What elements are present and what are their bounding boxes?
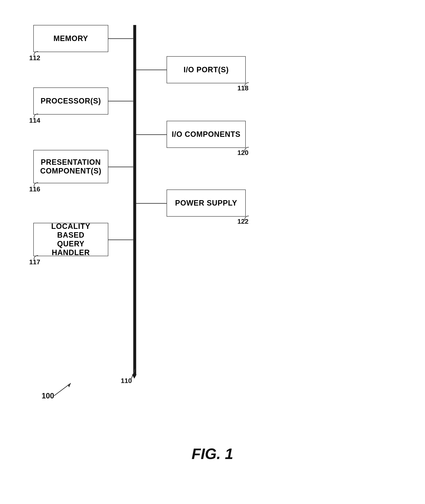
io-components-label: I/O COMPONENTS bbox=[172, 130, 240, 139]
bracket-presentation bbox=[33, 182, 39, 188]
arrow-110 bbox=[121, 366, 142, 381]
presentation-label: PRESENTATIONCOMPONENT(S) bbox=[40, 158, 101, 175]
connector-power-supply bbox=[136, 203, 166, 204]
power-supply-label: POWER SUPPLY bbox=[175, 199, 237, 207]
diagram: MEMORY PROCESSOR(S) PRESENTATIONCOMPONEN… bbox=[17, 13, 408, 471]
processor-box: PROCESSOR(S) bbox=[33, 87, 108, 114]
memory-box: MEMORY bbox=[33, 25, 108, 52]
io-ports-box: I/O PORT(S) bbox=[166, 56, 246, 83]
presentation-box: PRESENTATIONCOMPONENT(S) bbox=[33, 150, 108, 183]
svg-marker-1 bbox=[68, 383, 71, 387]
bus-line bbox=[133, 25, 136, 375]
bus-end-arrow bbox=[132, 373, 137, 379]
bracket-io-ports bbox=[244, 82, 250, 88]
connector-io-ports bbox=[136, 70, 166, 70]
svg-marker-4 bbox=[132, 374, 137, 379]
connector-io-components bbox=[136, 134, 166, 135]
io-components-box: I/O COMPONENTS bbox=[166, 121, 246, 148]
svg-marker-3 bbox=[133, 369, 135, 372]
bracket-io-components bbox=[244, 146, 250, 153]
locality-label: LOCALITY BASEDQUERY HANDLER bbox=[38, 222, 104, 257]
connector-memory bbox=[108, 38, 134, 39]
processor-label: PROCESSOR(S) bbox=[41, 97, 101, 105]
connector-processor bbox=[108, 101, 134, 101]
bracket-memory bbox=[33, 50, 39, 57]
bracket-power-supply bbox=[244, 215, 250, 221]
bracket-locality bbox=[33, 254, 39, 261]
connector-presentation bbox=[108, 167, 134, 167]
locality-box: LOCALITY BASEDQUERY HANDLER bbox=[33, 223, 108, 256]
power-supply-box: POWER SUPPLY bbox=[166, 190, 246, 217]
figure-caption: FIG. 1 bbox=[192, 445, 233, 462]
memory-label: MEMORY bbox=[53, 34, 88, 43]
bracket-processor bbox=[33, 113, 39, 119]
connector-locality bbox=[108, 239, 134, 240]
io-ports-label: I/O PORT(S) bbox=[184, 65, 229, 74]
arrow-100 bbox=[52, 381, 77, 398]
